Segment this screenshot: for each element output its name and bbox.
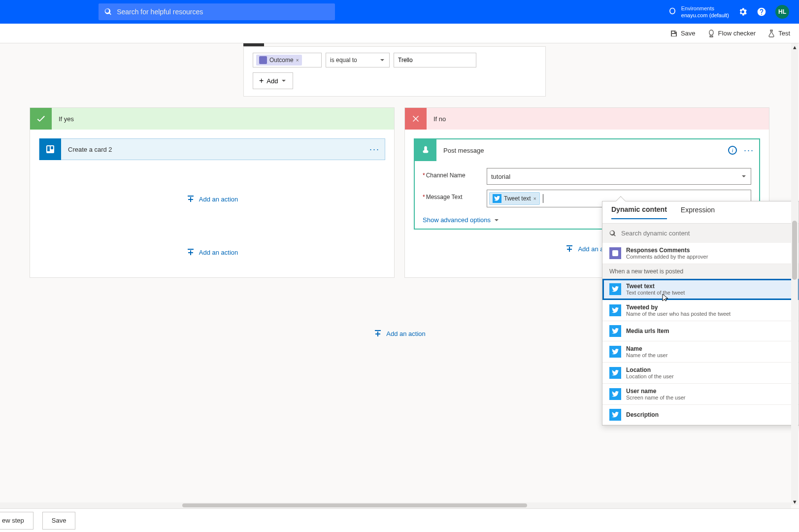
vertical-scrollbar[interactable]: ▴ ▾: [791, 43, 798, 505]
channel-name-select[interactable]: tutorial: [487, 168, 751, 185]
condition-operator-select[interactable]: is equal to: [326, 53, 390, 67]
insert-action-icon: [565, 244, 574, 253]
twitter-icon: [609, 283, 621, 295]
tab-expression[interactable]: Expression: [681, 206, 715, 219]
twitter-icon: [609, 388, 621, 400]
insert-action-icon: [373, 329, 382, 338]
chevron-down-icon: [494, 217, 499, 223]
condition-value-input[interactable]: [394, 53, 476, 67]
bottom-save-button[interactable]: Save: [42, 512, 76, 530]
trello-icon: [45, 144, 55, 154]
channel-name-label: *Channel Name: [423, 168, 487, 179]
horizontal-scrollbar[interactable]: [0, 502, 791, 508]
save-command[interactable]: Save: [670, 30, 696, 37]
chevron-down-icon: [281, 78, 287, 84]
scroll-thumb[interactable]: [792, 221, 797, 280]
scroll-thumb-h[interactable]: [182, 503, 527, 507]
if-no-header[interactable]: If no: [405, 108, 769, 130]
env-value: enayu.com (default): [681, 12, 729, 19]
slack-card-header[interactable]: Post message i ···: [415, 139, 759, 161]
test-command[interactable]: Test: [767, 30, 790, 37]
top-header: Environments enayu.com (default) HL: [0, 0, 799, 24]
approval-icon: [259, 56, 267, 64]
condition-left-operand[interactable]: Outcome ×: [253, 53, 322, 67]
twitter-icon: [609, 325, 621, 337]
dyn-item-description[interactable]: Description: [602, 405, 799, 425]
tab-dynamic-content[interactable]: Dynamic content: [611, 205, 667, 219]
chevron-down-icon: [379, 57, 385, 63]
search-wrapper[interactable]: [99, 3, 335, 20]
svg-rect-2: [51, 146, 53, 149]
search-input[interactable]: [117, 8, 329, 16]
search-icon: [104, 8, 112, 16]
dyn-item-name[interactable]: NameName of the user: [602, 341, 799, 363]
bottom-bar: ew step Save: [0, 508, 799, 532]
dynamic-content-panel: Dynamic content Expression Responses Com…: [602, 201, 799, 426]
close-icon: [411, 114, 421, 124]
help-icon[interactable]: [757, 7, 766, 17]
dynamic-search-input[interactable]: [621, 230, 792, 237]
dyn-item-user-name[interactable]: User nameScreen name of the user: [602, 384, 799, 405]
chevron-down-icon: [741, 173, 747, 179]
add-action-yes-bottom[interactable]: Add an action: [39, 248, 385, 257]
settings-icon[interactable]: [738, 7, 748, 17]
add-action-yes[interactable]: Add an action: [39, 195, 385, 203]
twitter-icon: [609, 304, 621, 316]
dyn-item-location[interactable]: LocationLocation of the user: [602, 363, 799, 384]
message-text-label: *Message Text: [423, 190, 487, 200]
scroll-down-arrow[interactable]: ▾: [791, 498, 798, 505]
dynamic-search-wrapper: [602, 223, 799, 243]
env-label: Environments: [681, 5, 729, 12]
more-icon[interactable]: ···: [744, 145, 754, 156]
environment-picker[interactable]: Environments enayu.com (default): [667, 5, 729, 19]
twitter-icon: [609, 346, 621, 358]
check-icon: [36, 114, 46, 124]
dyn-item-media-urls-item[interactable]: Media urls Item: [602, 321, 799, 341]
user-avatar[interactable]: HL: [775, 5, 789, 19]
if-yes-header[interactable]: If yes: [30, 108, 394, 130]
svg-rect-1: [47, 146, 50, 151]
command-bar: Save Flow checker Test: [0, 24, 799, 43]
trello-create-card-action[interactable]: Create a card 2 ···: [39, 138, 385, 160]
condition-card: Outcome × is equal to + Add: [243, 46, 546, 97]
search-icon: [609, 230, 616, 237]
dyn-item-tweeted-by[interactable]: Tweeted byName of the user who has poste…: [602, 300, 799, 321]
flow-checker-command[interactable]: Flow checker: [707, 30, 756, 37]
slack-icon: [420, 145, 431, 156]
dyn-section-twitter: When a new tweet is posted: [602, 264, 799, 279]
new-step-button[interactable]: ew step: [0, 512, 33, 530]
remove-token-icon[interactable]: ×: [296, 58, 299, 63]
twitter-icon: [609, 409, 621, 421]
flow-checker-icon: [707, 30, 715, 37]
svg-rect-3: [612, 250, 618, 256]
insert-action-icon: [186, 248, 195, 257]
info-icon[interactable]: i: [728, 146, 737, 155]
remove-token-icon[interactable]: ×: [533, 196, 536, 201]
insert-action-icon: [186, 195, 195, 203]
scroll-up-arrow[interactable]: ▴: [791, 43, 798, 50]
approval-icon: [612, 250, 619, 257]
environments-icon: [667, 7, 677, 17]
save-icon: [670, 30, 678, 37]
condition-add-button[interactable]: + Add: [253, 72, 293, 89]
twitter-icon: [494, 196, 500, 201]
test-icon: [767, 30, 775, 37]
more-icon[interactable]: ···: [369, 144, 380, 155]
dyn-item-responses-comments[interactable]: Responses CommentsComments added by the …: [602, 243, 799, 264]
dyn-item-tweet-text[interactable]: Tweet textText content of the tweet: [602, 279, 799, 300]
if-yes-branch: If yes Create a card 2 ··· Add an action…: [30, 107, 395, 278]
twitter-icon: [609, 367, 621, 379]
